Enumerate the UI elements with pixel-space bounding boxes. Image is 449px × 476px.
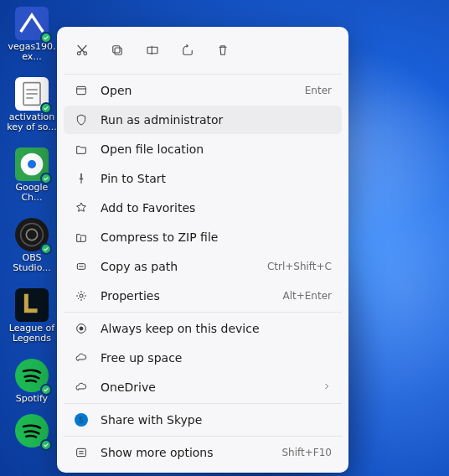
star-icon [74, 201, 89, 215]
svg-point-3 [21, 224, 44, 246]
svg-point-6 [84, 52, 87, 55]
menu-item-properties[interactable]: Properties Alt+Enter [64, 282, 342, 310]
menu-item-add-to-favorites[interactable]: Add to Favorites [64, 194, 342, 222]
menu-item-free-up-space[interactable]: Free up space [64, 344, 342, 372]
desktop-icon-textfile[interactable]: activation key of so... [7, 77, 57, 132]
keep-icon [74, 322, 89, 335]
menu-item-accelerator: Enter [305, 85, 332, 96]
separator [64, 436, 342, 437]
delete-icon [215, 43, 230, 58]
menu-item-accelerator: Alt+Enter [282, 290, 332, 302]
desktop-icon-chrome[interactable]: Google Ch... [7, 147, 57, 203]
separator [64, 403, 342, 404]
properties-icon [74, 289, 89, 303]
svg-point-5 [77, 52, 80, 55]
menu-item-open[interactable]: Open Enter [64, 76, 342, 105]
cut-button[interactable] [67, 37, 97, 64]
svg-rect-7 [115, 48, 121, 54]
chevron-right-icon [322, 380, 332, 394]
menu-item-pin-to-start[interactable]: Pin to Start [64, 164, 342, 193]
menu-item-accelerator: Ctrl+Shift+C [267, 261, 332, 272]
desktop-icon-label: activation key of so... [7, 112, 57, 132]
desktop-icon-spotify[interactable]: Spotify [7, 359, 57, 404]
shield-icon [74, 113, 89, 127]
league-icon [15, 288, 49, 322]
more-options-icon [74, 446, 89, 459]
context-menu-toolbar [60, 32, 345, 72]
sync-badge-icon [40, 102, 52, 114]
menu-item-run-as-administrator[interactable]: Run as administrator [64, 106, 342, 134]
menu-item-label: Add to Favorites [101, 201, 332, 215]
menu-item-label: Free up space [101, 351, 332, 365]
menu-item-label: OneDrive [101, 380, 310, 394]
separator [64, 312, 342, 313]
menu-item-label: Properties [101, 289, 271, 303]
desktop-icon-league[interactable]: League of Legends [7, 288, 57, 344]
rename-button[interactable] [137, 37, 168, 64]
menu-item-accelerator: Shift+F10 [281, 447, 332, 458]
path-icon [74, 260, 89, 273]
desktop-icon-vegas[interactable]: vegas190.ex... [7, 7, 57, 62]
pin-icon [74, 172, 89, 185]
sync-badge-icon [40, 32, 52, 44]
share-icon [180, 43, 195, 58]
desktop-icon-label: Google Ch... [7, 183, 57, 203]
svg-rect-8 [113, 46, 120, 53]
share-button[interactable] [173, 37, 203, 64]
svg-point-14 [80, 327, 83, 330]
folder-icon [74, 142, 89, 156]
skype-icon [74, 413, 89, 427]
separator [64, 74, 342, 75]
desktop-icon-obs[interactable]: OBS Studio... [7, 218, 57, 273]
svg-rect-9 [147, 47, 157, 54]
menu-item-show-more-options[interactable]: Show more options Shift+F10 [64, 438, 342, 467]
desktop-icon-label: OBS Studio... [7, 253, 57, 273]
menu-item-open-file-location[interactable]: Open file location [64, 135, 342, 163]
svg-rect-10 [77, 86, 86, 94]
menu-item-label: Open [101, 84, 293, 97]
sync-badge-icon [40, 243, 52, 255]
menu-item-label: Open file location [101, 142, 332, 156]
open-icon [74, 84, 89, 97]
delete-button[interactable] [208, 37, 238, 64]
rename-icon [145, 43, 160, 58]
menu-item-label: Show more options [101, 446, 270, 459]
menu-item-onedrive[interactable]: OneDrive [64, 373, 342, 401]
menu-item-compress-zip[interactable]: Compress to ZIP file [64, 223, 342, 251]
menu-item-label: Run as administrator [101, 113, 332, 127]
desktop-icon-spotify2[interactable] [7, 414, 57, 448]
menu-item-always-keep[interactable]: Always keep on this device [64, 314, 342, 343]
menu-item-label: Share with Skype [101, 413, 332, 427]
desktop-icon-label: League of Legends [7, 323, 57, 344]
svg-point-12 [80, 294, 83, 298]
svg-rect-15 [77, 448, 86, 456]
menu-item-share-skype[interactable]: Share with Skype [64, 406, 342, 434]
menu-item-label: Compress to ZIP file [101, 230, 332, 244]
zip-icon [74, 230, 89, 244]
desktop-icon-label: vegas190.ex... [7, 42, 57, 62]
menu-item-label: Pin to Start [101, 172, 332, 185]
cut-icon [75, 43, 90, 58]
onedrive-icon [74, 380, 89, 394]
svg-point-2 [28, 160, 36, 168]
desktop-icon-label: Spotify [16, 394, 48, 404]
menu-item-label: Always keep on this device [101, 322, 332, 335]
menu-item-label: Copy as path [101, 260, 255, 273]
copy-button[interactable] [102, 37, 132, 64]
menu-item-copy-as-path[interactable]: Copy as path Ctrl+Shift+C [64, 252, 342, 281]
desktop-icons-column: vegas190.ex... activation key of so... G… [7, 7, 57, 448]
sync-badge-icon [40, 439, 52, 451]
cloud-icon [74, 351, 89, 365]
sync-badge-icon [40, 384, 52, 396]
context-menu: Open Enter Run as administrator Open fil… [57, 27, 348, 473]
sync-badge-icon [40, 173, 52, 184]
copy-icon [110, 43, 125, 58]
